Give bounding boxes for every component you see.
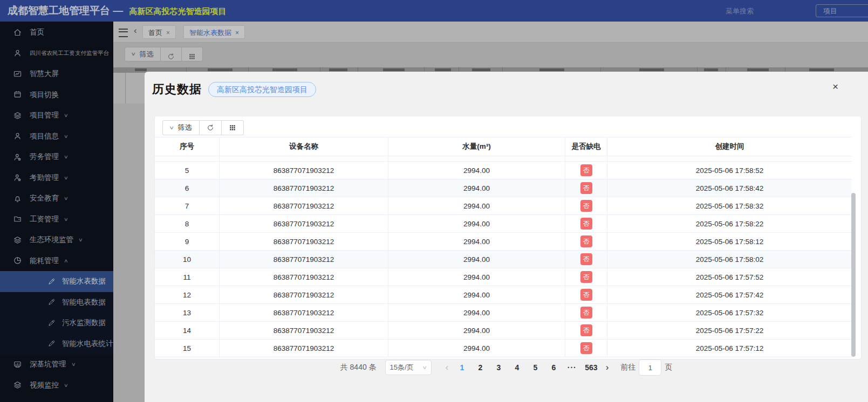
chevron-down-icon: ∨ [131, 47, 136, 61]
cell-power-lack: 否 [565, 215, 607, 232]
cell-index: 12 [155, 286, 220, 303]
sidebar-item-label: 能耗管理 [30, 256, 59, 266]
chevron-down-icon: ∨ [64, 113, 69, 118]
sidebar-item-12[interactable]: 能耗管理∧ [0, 251, 113, 272]
history-data-modal: × 历史数据 高新区高投芯光智造园项目 ∨ 筛选 序号设备名称水量(m³)是否缺… [145, 72, 868, 402]
tab-label: 首页 [148, 29, 162, 37]
sidebar-item-13[interactable]: 智能水表数据 [0, 271, 113, 292]
background-filter-button[interactable]: ∨ 筛选 [125, 47, 161, 61]
cell-water-volume: 2994.00 [388, 286, 565, 303]
close-icon[interactable]: × [166, 29, 170, 37]
background-columns-button[interactable] [182, 47, 203, 61]
page-number-4[interactable]: 4 [511, 363, 522, 372]
goto-suffix: 页 [665, 363, 672, 372]
page-number-3[interactable]: 3 [493, 363, 504, 372]
app-title: 成都智慧工地管理平台 — 高新区高投芯光智造园项目 [8, 4, 227, 18]
chevron-down-icon: ∨ [64, 175, 69, 181]
tab-smart-water-meter[interactable]: 智能水表数据× [183, 25, 245, 39]
chevron-down-icon: ∨ [64, 154, 69, 160]
sidebar-item-label: 考勤管理 [30, 173, 59, 183]
page-number-1[interactable]: 1 [456, 363, 467, 372]
sidebar-item-10[interactable]: 工资管理∨ [0, 209, 113, 230]
refresh-button[interactable] [200, 120, 222, 135]
chevron-down-icon: ∨ [64, 196, 69, 201]
table-scrollbar [851, 156, 856, 357]
sidebar-item-11[interactable]: 生态环境监管∨ [0, 230, 113, 251]
cell-index: 11 [155, 268, 220, 286]
page-number-5[interactable]: 5 [530, 363, 541, 372]
sidebar-item-6[interactable]: 项目信息∨ [0, 126, 113, 147]
scrollbar-thumb[interactable] [851, 193, 856, 357]
cell-power-lack: 否 [565, 179, 607, 197]
menu-search-link[interactable]: 菜单搜索 [726, 6, 754, 16]
sidebar-item-9[interactable]: 安全教育∨ [0, 188, 113, 209]
pen-icon [47, 339, 56, 348]
cell-device-name: 863877071903212 [220, 286, 388, 303]
grid-icon [229, 124, 236, 131]
cell-device-name: 863877071903212 [220, 215, 388, 232]
cell-index: 10 [155, 251, 220, 268]
app-title-text: 成都智慧工地管理平台 [8, 5, 110, 16]
close-icon[interactable]: × [235, 29, 239, 37]
background-filter-toolbar: ∨ 筛选 [125, 47, 203, 61]
sidebar-item-3[interactable]: 智慧大屏 [0, 64, 113, 85]
top-header: 成都智慧工地管理平台 — 高新区高投芯光智造园项目 菜单搜索 项目 [0, 0, 868, 22]
cell-device-name: 863877071903212 [220, 322, 388, 339]
page-number-563[interactable]: 563 [585, 363, 597, 372]
prev-page-button[interactable]: ‹ [441, 362, 453, 373]
layers-icon [13, 111, 22, 120]
power-lack-badge: 否 [580, 271, 592, 283]
cell-power-lack: 否 [565, 197, 607, 214]
user-icon [13, 48, 22, 58]
layers-icon [13, 380, 22, 390]
power-lack-badge: 否 [580, 289, 592, 301]
sidebar-item-4[interactable]: 项目切换 [0, 85, 113, 106]
sidebar-item-8[interactable]: 考勤管理∨ [0, 168, 113, 189]
table-row: 68638770719032122994.00否2025-05-06 17:58… [155, 179, 852, 197]
table-row: 88638770719032122994.00否2025-05-06 17:58… [155, 215, 852, 233]
project-switch-button[interactable]: 项目 [816, 4, 868, 17]
cell-water-volume: 2994.00 [388, 162, 565, 179]
sidebar-item-2[interactable]: 四川省农民工工资支付监管平台 [0, 43, 113, 64]
sidebar-item-5[interactable]: 项目管理∨ [0, 105, 113, 126]
sidebar-item-18[interactable]: 视频监控∨ [0, 375, 113, 396]
page-number-6[interactable]: 6 [548, 363, 559, 372]
sidebar-item-17[interactable]: 深基坑管理∨ [0, 354, 113, 375]
next-page-button[interactable]: › [602, 362, 613, 373]
sidebar-item-label: 劳务管理 [30, 152, 59, 162]
collapse-menu-icon[interactable] [119, 29, 128, 37]
refresh-icon [167, 51, 175, 58]
power-lack-badge: 否 [580, 307, 592, 318]
chevron-down-icon: ∨ [71, 362, 76, 367]
pagination-more[interactable]: ··· [566, 363, 577, 372]
cell-device-name: 863877071903212 [220, 179, 388, 197]
modal-close-icon[interactable]: × [832, 81, 838, 92]
page-size-select[interactable]: 15条/页 ∨ [385, 360, 432, 375]
sidebar-item-16[interactable]: 智能水电表统计 [0, 334, 113, 355]
page-number-2[interactable]: 2 [475, 363, 486, 372]
tabs-back-chevron-icon[interactable]: ‹ [134, 25, 137, 36]
cell-created-time: 2025-05-06 17:58:12 [607, 233, 852, 250]
cell-power-lack: 否 [565, 233, 607, 250]
table-row-partial [155, 156, 852, 162]
cell-index: 6 [155, 179, 220, 197]
sidebar-item-14[interactable]: 智能电表数据 [0, 292, 113, 313]
table-row: 128638770719032122994.00否2025-05-06 17:5… [155, 286, 852, 304]
tab-home[interactable]: 首页× [142, 25, 176, 39]
user-icon [13, 131, 22, 141]
cell-index: 8 [155, 215, 220, 232]
sidebar-item-1[interactable]: 首页 [0, 22, 113, 43]
goto-page-input[interactable] [639, 359, 661, 376]
columns-button[interactable] [222, 120, 244, 135]
background-refresh-button[interactable] [161, 47, 182, 61]
cell-power-lack: 否 [565, 162, 607, 179]
cell-device-name: 863877071903212 [220, 162, 388, 179]
sidebar-item-7[interactable]: 劳务管理∨ [0, 147, 113, 168]
cell-water-volume: 2994.00 [388, 197, 565, 214]
sidebar-item-15[interactable]: 污水监测数据 [0, 313, 113, 334]
filter-button[interactable]: ∨ 筛选 [162, 120, 200, 135]
pen-icon [47, 319, 56, 327]
filter-label: 筛选 [140, 47, 154, 61]
sidebar-item-label: 深基坑管理 [30, 359, 66, 369]
layers-icon [13, 235, 22, 245]
